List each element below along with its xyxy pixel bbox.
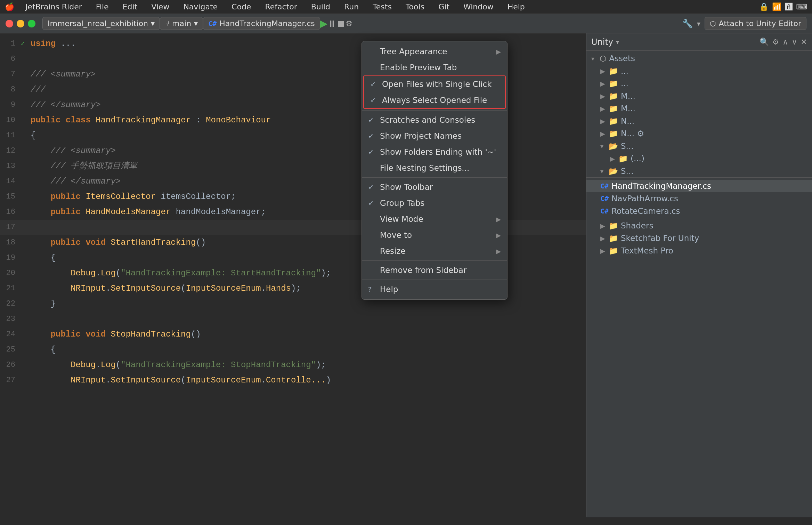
pause-button[interactable]: ⏸	[327, 18, 336, 29]
menu-build[interactable]: Build	[308, 2, 333, 12]
project-selector[interactable]: Immersal_nreal_exhibition ▾	[42, 17, 160, 30]
line-number: 26	[0, 357, 21, 373]
line-number: 27	[0, 373, 21, 388]
menu-file[interactable]: File	[93, 2, 112, 12]
tree-item-rotatecamera-file[interactable]: C# RotateCamera.cs	[586, 205, 812, 217]
tree-item-folder2[interactable]: ▶ 📁 ...	[586, 77, 812, 90]
menu-item-label: Move to	[380, 231, 493, 240]
line-number: 1	[0, 36, 21, 51]
tree-item-shaders[interactable]: ▶ 📁 Shaders	[586, 219, 812, 232]
menu-view[interactable]: View	[148, 2, 172, 12]
stop-button[interactable]: ⏹	[336, 18, 346, 29]
menu-item-file-nesting[interactable]: File Nesting Settings...	[362, 160, 507, 176]
mac-status-icons: 🔒📶🅰⌨	[759, 2, 807, 11]
menu-edit[interactable]: Edit	[120, 2, 140, 12]
menu-item-group-tabs[interactable]: ✓ Group Tabs	[362, 195, 507, 211]
menu-item-resize[interactable]: Resize ▶	[362, 243, 507, 259]
menu-navigate[interactable]: Navigate	[180, 2, 220, 12]
menu-code[interactable]: Code	[229, 2, 254, 12]
reload-button[interactable]: ⚙	[346, 19, 352, 28]
menu-git[interactable]: Git	[436, 2, 452, 12]
panel-chevron-icon[interactable]: ▾	[616, 38, 619, 46]
settings-icon[interactable]: 🔧	[682, 19, 693, 29]
folder-icon: 📁	[609, 129, 618, 138]
submenu-arrow-icon: ▶	[496, 248, 501, 255]
menu-window[interactable]: Window	[461, 2, 496, 12]
panel-title: Unity	[591, 37, 613, 47]
dropdown-icon[interactable]: ▾	[697, 19, 700, 28]
menu-item-help[interactable]: ? Help	[362, 281, 507, 297]
line-number: 14	[0, 174, 21, 189]
menu-item-open-files-single-click[interactable]: ✓ Open Files with Single Click	[364, 76, 505, 92]
maximize-button[interactable]	[28, 20, 35, 27]
line-number: 16	[0, 204, 21, 220]
tree-item-handtracking-file[interactable]: C# HandTrackingManager.cs	[586, 180, 812, 192]
close-button[interactable]	[6, 20, 13, 27]
close-icon[interactable]: ✕	[801, 38, 807, 46]
tree-item-folder7[interactable]: ▾ 📂 S...	[586, 140, 812, 152]
tree-item-textmesh[interactable]: ▶ 📁 TextMesh Pro	[586, 244, 812, 257]
code-line: 23	[0, 312, 586, 327]
minimize-button[interactable]	[17, 20, 24, 27]
folder-icon: 📁	[609, 234, 618, 243]
traffic-lights	[6, 20, 35, 27]
menu-item-move-to[interactable]: Move to ▶	[362, 227, 507, 243]
menu-rider[interactable]: JetBrains Rider	[23, 2, 85, 12]
help-icon: ?	[368, 285, 376, 293]
menu-item-label: Show Toolbar	[380, 183, 501, 192]
menu-run[interactable]: Run	[341, 2, 362, 12]
menu-item-scratches-consoles[interactable]: ✓ Scratches and Consoles	[362, 112, 507, 128]
menu-item-always-select-opened-file[interactable]: ✓ Always Select Opened File	[364, 92, 505, 108]
tree-item-folder4[interactable]: ▶ 📁 M...	[586, 102, 812, 115]
tree-item-folder5[interactable]: ▶ 📁 N...	[586, 115, 812, 127]
gear-icon[interactable]: ⚙	[772, 38, 779, 46]
menu-item-show-folders-tilde[interactable]: ✓ Show Folders Ending with '~'	[362, 144, 507, 160]
apple-menu[interactable]: 🍎	[5, 2, 14, 11]
tree-item-folder9[interactable]: ▾ 📂 S...	[586, 165, 812, 177]
chevron-up-icon[interactable]: ∧	[782, 38, 788, 46]
branch-name: main	[172, 19, 191, 28]
folder-icon: 📁	[609, 117, 618, 126]
run-button[interactable]: ▶	[320, 18, 328, 29]
menu-item-label: Show Folders Ending with '~'	[380, 147, 501, 156]
line-number: 10	[0, 113, 21, 128]
line-number: 9	[0, 97, 21, 113]
expand-chevron-icon: ▶	[600, 222, 606, 229]
tree-item-sketchfab[interactable]: ▶ 📁 Sketchfab For Unity	[586, 232, 812, 244]
menu-item-view-mode[interactable]: View Mode ▶	[362, 211, 507, 227]
line-content: Debug.Log("HandTrackingExample: StopHand…	[28, 357, 586, 373]
menu-item-show-project-names[interactable]: ✓ Show Project Names	[362, 128, 507, 144]
expand-chevron-icon: ▶	[600, 235, 606, 242]
search-icon[interactable]: 🔍	[760, 38, 769, 46]
submenu-arrow-icon: ▶	[496, 216, 501, 223]
menu-tests[interactable]: Tests	[370, 2, 395, 12]
tree-item-folder1[interactable]: ▶ 📁 ...	[586, 65, 812, 77]
context-menu: Tree Appearance ▶ Enable Preview Tab ✓ O…	[362, 41, 508, 300]
panel-tree[interactable]: ▾ ⬡ Assets ▶ 📁 ... ▶ 📁 ... ▶ 📁 M... ▶	[586, 51, 812, 517]
menu-item-label: Show Project Names	[380, 131, 501, 140]
tree-item-label: ...	[621, 79, 628, 88]
checkmark-icon: ✓	[368, 116, 376, 124]
folder-icon: ⬡	[600, 54, 606, 63]
branch-icon: ⑂	[165, 19, 169, 28]
menu-item-tree-appearance[interactable]: Tree Appearance ▶	[362, 43, 507, 59]
menu-refactor[interactable]: Refactor	[262, 2, 300, 12]
menu-item-remove-sidebar[interactable]: Remove from Sidebar	[362, 262, 507, 278]
tree-item-folder3[interactable]: ▶ 📁 M...	[586, 90, 812, 102]
chevron-down-icon[interactable]: ∨	[791, 38, 797, 46]
attach-unity-button[interactable]: ⬡ Attach to Unity Editor	[705, 17, 806, 30]
menu-tools[interactable]: Tools	[403, 2, 427, 12]
menu-separator	[362, 110, 507, 111]
menu-help[interactable]: Help	[505, 2, 528, 12]
tree-item-folder6[interactable]: ▶ 📁 N... ⚙	[586, 127, 812, 140]
branch-selector[interactable]: ⑂ main ▾	[160, 17, 203, 30]
menu-separator	[362, 260, 507, 261]
tree-item-assets[interactable]: ▾ ⬡ Assets	[586, 52, 812, 65]
tree-item-folder8[interactable]: ▶ 📁 (...)	[586, 152, 812, 165]
menu-item-enable-preview-tab[interactable]: Enable Preview Tab	[362, 59, 507, 75]
expand-chevron-icon: ▶	[600, 247, 606, 255]
menu-item-show-toolbar[interactable]: ✓ Show Toolbar	[362, 179, 507, 195]
csharp-icon: C#	[208, 19, 217, 28]
file-tab[interactable]: C# HandTrackingManager.cs	[203, 17, 320, 30]
tree-item-navpath-file[interactable]: C# NavPathArrow.cs	[586, 192, 812, 205]
